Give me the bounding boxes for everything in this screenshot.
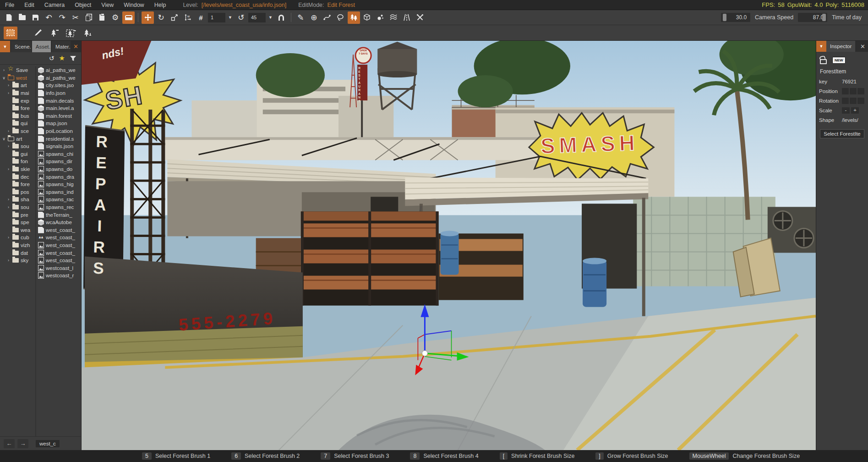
- file-item[interactable]: west_coast_: [38, 234, 81, 242]
- particles-tool-button[interactable]: [374, 11, 387, 24]
- panel-tab[interactable]: Scene...: [11, 41, 31, 52]
- expander-icon[interactable]: ›: [6, 91, 11, 95]
- paste-button[interactable]: [96, 11, 108, 24]
- open-level-button[interactable]: [16, 11, 28, 24]
- inspector-tab[interactable]: Inspector: [826, 41, 855, 52]
- file-item[interactable]: main.forest: [38, 112, 81, 120]
- file-item[interactable]: wcaAutobe: [38, 219, 81, 226]
- forest-tool-button[interactable]: [348, 11, 360, 24]
- position-z-input[interactable]: [857, 88, 864, 94]
- expander-icon[interactable]: ›: [6, 129, 11, 133]
- tree-item[interactable]: fore: [2, 181, 35, 188]
- camera-speed-slider-handle[interactable]: [723, 14, 726, 21]
- forest-select-tool-button[interactable]: [4, 27, 17, 39]
- file-item[interactable]: west_coast_: [38, 257, 81, 264]
- file-item[interactable]: westcoast_r: [38, 272, 81, 280]
- expander-icon[interactable]: ›: [2, 68, 6, 72]
- file-item[interactable]: spawns_rec: [38, 204, 81, 211]
- select-forestitem-button[interactable]: Select ForestIte: [820, 129, 864, 138]
- menu-item[interactable]: View: [96, 2, 119, 8]
- tree-item[interactable]: qui: [2, 120, 35, 127]
- expander-icon[interactable]: ›: [6, 83, 11, 88]
- filter-icon[interactable]: [70, 55, 76, 61]
- undo-button[interactable]: ↶: [43, 11, 55, 24]
- snap-step-dropdown[interactable]: ▼: [226, 15, 234, 20]
- tree-item[interactable]: bus: [2, 112, 35, 120]
- grid-snap-button[interactable]: #: [195, 11, 207, 24]
- file-item[interactable]: west_coast_: [38, 242, 81, 249]
- forest-drop-to-ground-button[interactable]: [81, 27, 94, 39]
- scale-increase-button[interactable]: +: [851, 107, 859, 114]
- breadcrumb[interactable]: west_c: [36, 440, 60, 447]
- expander-icon[interactable]: ›: [6, 205, 11, 209]
- expander-icon[interactable]: ›: [6, 258, 11, 263]
- folder-tree[interactable]: › Save ∨ west: [0, 66, 36, 436]
- expander-icon[interactable]: ›: [6, 235, 11, 240]
- rotate-snap-input[interactable]: 45: [248, 13, 266, 22]
- file-item[interactable]: theTerrain_: [38, 211, 81, 219]
- road-tool-button[interactable]: [401, 11, 413, 24]
- file-item[interactable]: spawns_hig: [38, 181, 81, 188]
- tree-item[interactable]: pre: [2, 211, 35, 219]
- scale-decrease-button[interactable]: -: [842, 107, 850, 114]
- rotate-snap-button[interactable]: ↺: [235, 11, 247, 24]
- file-item[interactable]: spawns_do: [38, 165, 81, 173]
- position-x-input[interactable]: [842, 88, 849, 94]
- menu-item[interactable]: Edit: [19, 2, 39, 8]
- expander-icon[interactable]: ∨: [2, 137, 6, 141]
- tree-item[interactable]: › mai: [2, 89, 35, 97]
- file-item[interactable]: poiLocation: [38, 127, 81, 135]
- inspector-menu-dropdown[interactable]: ▼: [816, 41, 826, 52]
- history-icon[interactable]: ↺: [49, 55, 55, 62]
- tree-item[interactable]: › sha: [2, 196, 35, 204]
- rotate-tool-button[interactable]: ↻: [155, 11, 167, 24]
- tree-item[interactable]: fore: [2, 104, 35, 112]
- rotation-y-input[interactable]: [850, 98, 857, 104]
- forest-erase-selected-button[interactable]: [64, 27, 78, 39]
- inspector-close-icon[interactable]: ✕: [857, 41, 868, 52]
- panel-close-icon[interactable]: ✕: [71, 41, 81, 52]
- ai-traffic-tool-button[interactable]: [122, 11, 135, 24]
- panel-tab[interactable]: Asset...: [32, 41, 51, 52]
- file-list[interactable]: ai_paths_we ai_paths_we city.sites.jso: [36, 66, 81, 436]
- tree-item[interactable]: wea: [2, 226, 35, 234]
- tree-item[interactable]: › skie: [2, 165, 35, 173]
- file-item[interactable]: info.json: [38, 89, 81, 97]
- file-item[interactable]: map.json: [38, 120, 81, 127]
- file-item[interactable]: main.level.a: [38, 104, 81, 112]
- settings-button[interactable]: ⚙: [109, 11, 121, 24]
- tree-item[interactable]: › art: [2, 82, 35, 89]
- tree-item[interactable]: › sou: [2, 143, 35, 150]
- tree-item[interactable]: › sce: [2, 127, 35, 135]
- expander-icon[interactable]: ›: [6, 144, 11, 148]
- expander-icon[interactable]: ∨: [2, 76, 6, 80]
- tree-item[interactable]: pos: [2, 188, 35, 196]
- lasso-tool-button[interactable]: [334, 11, 347, 24]
- snap-dimensions-button[interactable]: w: [181, 11, 194, 24]
- time-of-day-input[interactable]: 87.0: [798, 13, 827, 22]
- draw-tool-button[interactable]: ✎: [295, 11, 307, 24]
- copy-button[interactable]: [82, 11, 95, 24]
- tree-item[interactable]: dat: [2, 249, 35, 257]
- tree-item[interactable]: exp: [2, 97, 35, 104]
- menu-item[interactable]: File: [0, 2, 19, 8]
- prefab-tools-button[interactable]: [414, 11, 426, 24]
- file-item[interactable]: spawns_dra: [38, 173, 81, 181]
- tree-item[interactable]: gui: [2, 150, 35, 158]
- favorites-star-icon[interactable]: ★: [59, 54, 65, 62]
- menu-item[interactable]: Camera: [39, 2, 70, 8]
- tree-item[interactable]: fon: [2, 158, 35, 165]
- file-item[interactable]: city.sites.jso: [38, 82, 81, 89]
- file-item[interactable]: residential.s: [38, 135, 81, 143]
- forest-paint-tool-button[interactable]: [31, 27, 45, 39]
- camera-speed-input[interactable]: 30.0: [721, 13, 750, 22]
- key-value[interactable]: 76921: [842, 79, 857, 84]
- new-file-button[interactable]: [3, 11, 15, 24]
- rotation-z-input[interactable]: [857, 98, 864, 104]
- position-y-input[interactable]: [850, 88, 857, 94]
- cut-button[interactable]: ✂: [69, 11, 82, 24]
- rotation-x-input[interactable]: [842, 98, 849, 104]
- file-item[interactable]: main.decals: [38, 97, 81, 104]
- spline-tool-button[interactable]: [321, 11, 333, 24]
- redo-button[interactable]: ↷: [56, 11, 68, 24]
